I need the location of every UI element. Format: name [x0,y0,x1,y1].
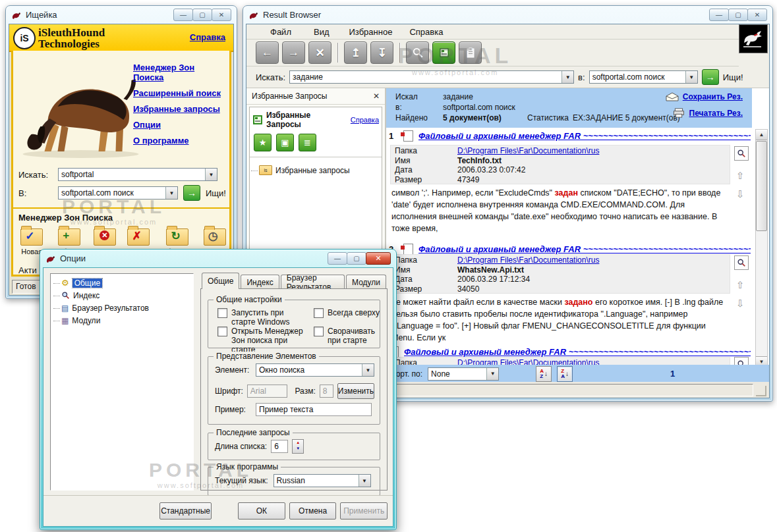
sample-field[interactable]: Пример текста [256,403,372,416]
tree-item-index[interactable]: Индекс [52,289,192,302]
browser-zone-value[interactable]: softportal.com поиск [590,72,685,82]
sleuth-search-value[interactable]: softportal [59,170,205,179]
tree-item-modules[interactable]: ▦ Модули [52,314,192,327]
nav-favorite-queries[interactable]: Избранные запросы [133,104,224,114]
sleuth-zone-combobox[interactable]: softportal.com поиск ▼ [58,186,178,200]
minimize-icon[interactable]: — [173,9,193,21]
sort-descending-button[interactable]: ZA↓ [557,366,573,382]
close-panel-icon[interactable]: ✕ [373,92,380,101]
favorites-folder-icon[interactable]: ▣ [276,134,294,151]
save-results-link[interactable]: Сохранить Рез. [683,92,743,101]
browser-go-label[interactable]: Ищи! [723,72,743,82]
print-results-link[interactable]: Печатать Рез. [689,109,743,118]
nav-about[interactable]: О программе [133,136,224,146]
nav-advanced-search[interactable]: Расширенный поиск [133,88,224,98]
import-favorites-icon[interactable]: ★ [254,134,272,151]
search-icon[interactable] [406,41,429,64]
close-icon[interactable]: ✕ [212,9,231,21]
result-title-link[interactable]: Файловый и архивный менеджер FAR ~~~~~~~… [418,131,751,141]
tab-result-browser[interactable]: Браузер Результатов [281,275,345,289]
spinner-up-icon[interactable]: ▲ [293,440,303,446]
search-go-icon[interactable]: → [702,69,719,85]
back-icon[interactable]: ← [256,41,279,64]
sleuth-search-combobox[interactable]: softportal ▼ [58,168,217,181]
minimize-icon[interactable]: — [328,252,347,265]
defaults-button[interactable]: Стандартные [159,502,212,519]
folder-link[interactable]: D:\Program Files\Far\Documentation\rus [457,146,599,156]
minimize-icon[interactable]: — [709,9,729,21]
checkbox-icon[interactable] [314,308,324,318]
stop-icon[interactable]: ✕ [308,41,331,64]
checkbox-always-on-top[interactable]: Всегда сверху [314,308,386,318]
change-font-button[interactable]: Изменить [337,383,374,399]
menu-view[interactable]: Вид [304,27,339,37]
close-icon[interactable]: ✕ [747,9,767,21]
search-go-icon[interactable]: → [183,185,200,201]
maximize-icon[interactable]: ▢ [192,9,212,21]
element-combobox[interactable]: Окно поиска ▼ [256,363,374,377]
preview-magnifier-icon[interactable] [734,146,749,161]
chevron-down-icon[interactable]: ▼ [205,169,217,180]
chevron-down-icon[interactable]: ▼ [165,187,177,199]
tree-item-general[interactable]: ⚙ Общие [52,277,192,289]
move-up-icon[interactable]: ↥ [344,41,367,64]
apply-button[interactable]: Применить [340,502,388,519]
scroll-up-icon[interactable]: ▲ [756,130,767,140]
prev-match-icon[interactable]: ⇧ [736,279,745,291]
folder-link[interactable]: D:\Program Files\Far\Documentation\rus [457,255,599,265]
result-title-link[interactable]: Файловый и архивный менеджер FAR ~~~~~~~… [418,244,751,254]
favorites-help-link[interactable]: Справка [351,116,379,124]
tab-modules[interactable]: Модули [346,275,386,289]
tab-general[interactable]: Общие [202,273,239,289]
checkbox-icon[interactable] [314,327,324,336]
chevron-down-icon[interactable]: ▼ [561,71,573,83]
sleuth-titlebar[interactable]: Ищейка — ▢ ✕ [6,6,237,24]
maximize-icon[interactable]: ▢ [728,9,748,21]
nav-zone-manager[interactable]: Менеджер Зон Поиска [133,63,224,82]
menu-favorites[interactable]: Избранное [343,27,399,37]
chevron-down-icon[interactable]: ▼ [486,368,498,380]
forward-icon[interactable]: → [282,41,305,64]
chevron-down-icon[interactable]: ▼ [685,71,697,83]
browser-search-combobox[interactable]: задание ▼ [289,70,574,84]
favorites-list-icon[interactable]: ≣ [299,134,316,151]
chevron-down-icon[interactable]: ▼ [362,364,374,376]
menu-help[interactable]: Справка [403,27,449,37]
page-number[interactable]: 1 [670,369,675,379]
sleuth-zone-value[interactable]: softportal.com поиск [59,188,165,198]
next-match-icon[interactable]: ⇩ [736,298,745,309]
sort-ascending-button[interactable]: AZ↓ [536,366,552,382]
ok-button[interactable]: ОК [238,502,285,519]
preview-magnifier-icon[interactable] [734,255,749,270]
close-icon[interactable]: ✕ [366,252,391,265]
checkbox-open-zone-manager[interactable]: Открыть Менеджер Зон поиска при старте [217,327,310,354]
resize-grip[interactable] [756,386,766,396]
prev-match-icon[interactable]: ⇧ [736,170,745,182]
cancel-button[interactable]: Отмена [289,502,337,519]
list-length-field[interactable]: 6 [271,440,288,453]
chevron-down-icon[interactable]: ▼ [359,475,370,487]
sort-by-value[interactable]: None [428,369,486,379]
result-title-link[interactable]: Файловый и архивный менеджер FAR ~~~~~~~… [404,347,751,357]
options-titlebar[interactable]: Опции — ▢ ✕ [40,250,396,267]
tree-favorite-queries[interactable]: is Избранные запросы [250,164,382,176]
nav-options[interactable]: Опции [133,120,224,130]
browser-zone-combobox[interactable]: softportal.com поиск ▼ [589,70,698,84]
language-value[interactable]: Russian [274,476,359,485]
sleuth-help-link[interactable]: Справка [190,32,225,42]
tree-item-result-browser[interactable]: ▤ Браузер Результатов [52,302,192,314]
browser-search-value[interactable]: задание [290,72,561,82]
checkbox-icon[interactable] [217,327,227,336]
sort-by-combobox[interactable]: None ▼ [428,367,499,381]
language-combobox[interactable]: Russian ▼ [273,474,371,487]
element-value[interactable]: Окно поиска [256,365,362,375]
results-scrollbar[interactable]: ▲ ▼ [755,129,768,367]
move-down-icon[interactable]: ↧ [370,41,393,64]
next-match-icon[interactable]: ⇩ [736,188,745,200]
sleuth-go-label[interactable]: Ищи! [206,188,226,198]
list-length-spinner[interactable]: ▲ ▼ [292,439,304,454]
favorites-panel-icon[interactable] [432,41,455,64]
menu-file[interactable]: Файл [261,27,301,37]
checkbox-icon[interactable] [217,308,227,318]
maximize-icon[interactable]: ▢ [347,252,366,265]
